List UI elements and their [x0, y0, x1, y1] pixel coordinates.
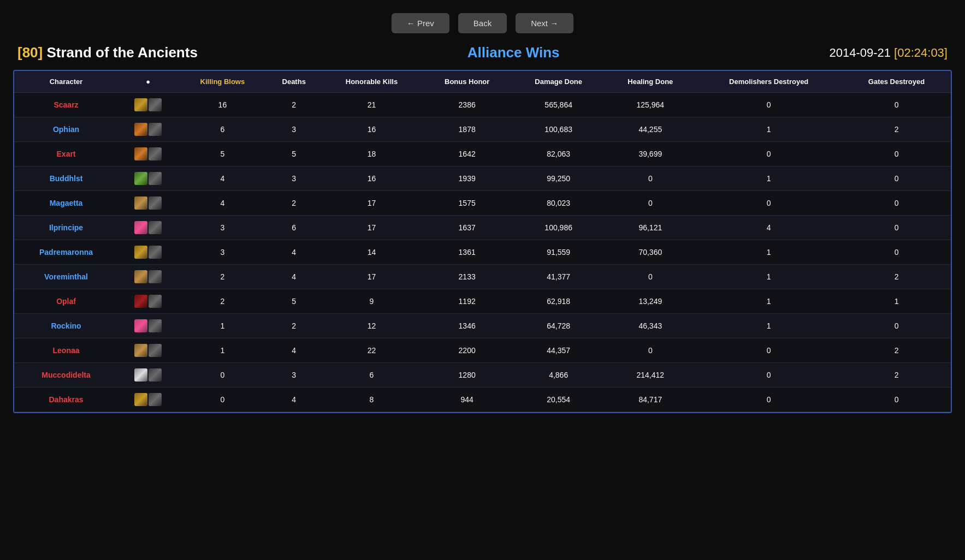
killing-blows-cell: 0 [178, 388, 267, 412]
healing-done-cell: 44,255 [605, 117, 695, 142]
damage-done-cell: 20,554 [512, 388, 605, 412]
demolishers-cell: 0 [695, 363, 842, 388]
table-row: Exart5518164282,06339,69900 [14, 142, 951, 166]
deaths-cell: 2 [267, 314, 321, 338]
race-icon [149, 368, 162, 382]
race-icon [149, 98, 162, 111]
player-name[interactable]: Ophian [14, 117, 118, 142]
race-icon [149, 221, 162, 234]
player-name[interactable]: Buddhlst [14, 166, 118, 191]
race-icon [149, 172, 162, 185]
healing-done-cell: 0 [605, 338, 695, 363]
killing-blows-cell: 2 [178, 265, 267, 289]
class-icon [134, 270, 147, 283]
healing-done-cell: 13,249 [605, 289, 695, 314]
bonus-honor-cell: 1192 [422, 289, 512, 314]
honorable-kills-cell: 6 [321, 363, 423, 388]
player-name[interactable]: Ilprincipe [14, 216, 118, 240]
demolishers-cell: 0 [695, 388, 842, 412]
gates-cell: 0 [842, 166, 951, 191]
player-name[interactable]: Scaarz [14, 93, 118, 117]
gates-cell: 2 [842, 363, 951, 388]
next-button[interactable]: Next → [516, 13, 573, 33]
honorable-kills-cell: 17 [321, 265, 423, 289]
healing-done-cell: 214,412 [605, 363, 695, 388]
prev-button[interactable]: ← Prev [392, 13, 449, 33]
race-icon [149, 393, 162, 406]
bonus-honor-cell: 1642 [422, 142, 512, 166]
page-header: [80] Strand of the Ancients Alliance Win… [0, 44, 965, 70]
killing-blows-cell: 0 [178, 363, 267, 388]
class-icon [134, 246, 147, 259]
player-icons [118, 289, 178, 314]
demolishers-cell: 0 [695, 338, 842, 363]
damage-done-cell: 44,357 [512, 338, 605, 363]
table-row: Leonaa1422220044,357002 [14, 338, 951, 363]
healing-done-cell: 125,964 [605, 93, 695, 117]
player-name[interactable]: Padremaronna [14, 240, 118, 265]
killing-blows-cell: 16 [178, 93, 267, 117]
date-display: 2014-09-21 [02:24:03] [829, 46, 948, 60]
healing-done-cell: 84,717 [605, 388, 695, 412]
page-title: [80] Strand of the Ancients [17, 44, 198, 61]
table-row: Dahakras04894420,55484,71700 [14, 388, 951, 412]
damage-done-cell: 4,866 [512, 363, 605, 388]
bonus-honor-cell: 2386 [422, 93, 512, 117]
class-icon [134, 295, 147, 308]
gates-cell: 0 [842, 191, 951, 216]
killing-blows-cell: 5 [178, 142, 267, 166]
table-row: Ophian63161878100,68344,25512 [14, 117, 951, 142]
col-demolishers: Demolishers Destroyed [695, 71, 842, 93]
bonus-honor-cell: 1346 [422, 314, 512, 338]
honorable-kills-cell: 12 [321, 314, 423, 338]
killing-blows-cell: 1 [178, 314, 267, 338]
table-row: Muccodidelta03612804,866214,41202 [14, 363, 951, 388]
deaths-cell: 5 [267, 142, 321, 166]
deaths-cell: 3 [267, 117, 321, 142]
bonus-honor-cell: 2133 [422, 265, 512, 289]
race-icon [149, 319, 162, 332]
bonus-honor-cell: 1878 [422, 117, 512, 142]
healing-done-cell: 70,360 [605, 240, 695, 265]
player-name[interactable]: Voreminthal [14, 265, 118, 289]
gates-cell: 2 [842, 338, 951, 363]
bonus-honor-cell: 1361 [422, 240, 512, 265]
col-healing-done: Healing Done [605, 71, 695, 93]
honorable-kills-cell: 21 [321, 93, 423, 117]
back-button[interactable]: Back [458, 13, 507, 33]
player-name[interactable]: Magaetta [14, 191, 118, 216]
gates-cell: 0 [842, 240, 951, 265]
bonus-honor-cell: 1637 [422, 216, 512, 240]
deaths-cell: 4 [267, 338, 321, 363]
demolishers-cell: 0 [695, 142, 842, 166]
player-name[interactable]: Muccodidelta [14, 363, 118, 388]
player-name[interactable]: Dahakras [14, 388, 118, 412]
player-icons [118, 388, 178, 412]
player-icons [118, 142, 178, 166]
demolishers-cell: 1 [695, 166, 842, 191]
player-name[interactable]: Oplaf [14, 289, 118, 314]
deaths-cell: 4 [267, 265, 321, 289]
race-icon [149, 246, 162, 259]
col-killing-blows: Killing Blows [178, 71, 267, 93]
damage-done-cell: 100,683 [512, 117, 605, 142]
player-name[interactable]: Leonaa [14, 338, 118, 363]
race-icon [149, 196, 162, 210]
demolishers-cell: 1 [695, 289, 842, 314]
table-row: Oplaf259119262,91813,24911 [14, 289, 951, 314]
gates-cell: 0 [842, 388, 951, 412]
bonus-honor-cell: 1280 [422, 363, 512, 388]
damage-done-cell: 565,864 [512, 93, 605, 117]
deaths-cell: 3 [267, 363, 321, 388]
killing-blows-cell: 2 [178, 289, 267, 314]
player-name[interactable]: Exart [14, 142, 118, 166]
player-icons [118, 240, 178, 265]
player-icons [118, 93, 178, 117]
stats-table: Character ● Killing Blows Deaths Honorab… [14, 71, 951, 412]
player-name[interactable]: Rockino [14, 314, 118, 338]
race-icon [149, 270, 162, 283]
player-icons [118, 363, 178, 388]
demolishers-cell: 1 [695, 265, 842, 289]
honorable-kills-cell: 9 [321, 289, 423, 314]
demolishers-cell: 1 [695, 240, 842, 265]
